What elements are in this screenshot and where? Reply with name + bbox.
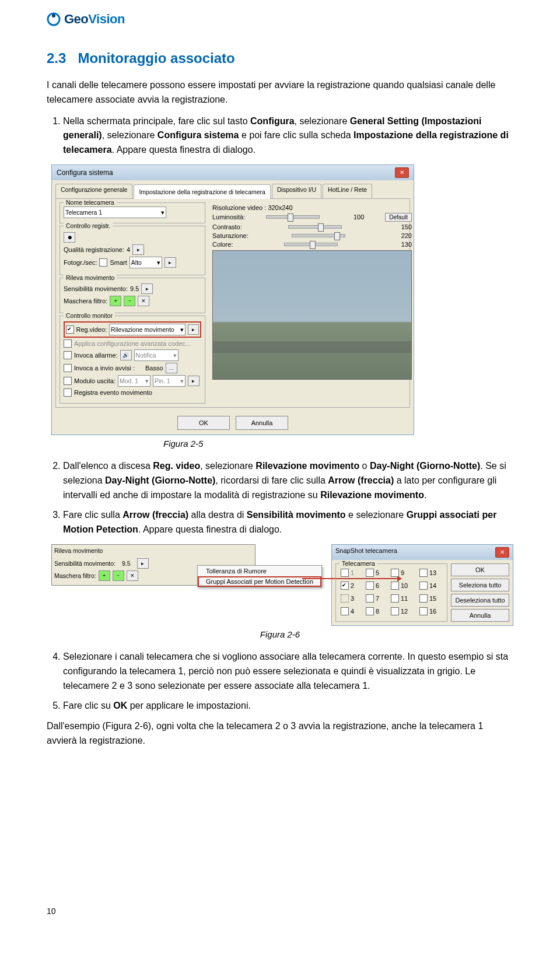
figure-2-6-composite: Rileva movimento Sensibilità movimento: … xyxy=(51,544,513,626)
modulo-checkbox[interactable] xyxy=(64,377,72,385)
video-preview xyxy=(212,250,412,380)
arrow-icon[interactable]: ▸ xyxy=(132,244,144,255)
cam-15-checkbox[interactable] xyxy=(419,594,428,603)
step-2: Dall'elenco a discesa Reg. video, selezi… xyxy=(63,459,513,502)
figure-2-5-caption: Figura 2-5 xyxy=(163,439,513,449)
fps-select[interactable]: Alto▾ xyxy=(130,257,162,268)
rec-icon[interactable]: ⏺ xyxy=(64,232,75,243)
svg-point-1 xyxy=(52,14,55,17)
group-controllo-registr: Controllo registr. ⏺ Qualità registrazio… xyxy=(60,226,205,275)
mask-del-icon[interactable]: － xyxy=(124,296,135,306)
section-heading: 2.3 Monitoraggio associato xyxy=(47,50,513,66)
cam-12-checkbox[interactable] xyxy=(391,607,399,615)
tab-general[interactable]: Configurazione generale xyxy=(55,184,132,198)
cam-9-checkbox[interactable] xyxy=(391,569,399,577)
figure-2-6-caption: Figura 2-6 xyxy=(47,629,513,639)
annulla-button[interactable]: Annulla xyxy=(451,609,509,622)
mask-del-icon[interactable]: － xyxy=(113,570,124,581)
contrast-slider[interactable] xyxy=(288,225,342,229)
step-4: Selezionare i canali telecamera che si v… xyxy=(63,650,513,693)
step-3: Fare clic sulla Arrow (freccia) alla des… xyxy=(63,508,513,537)
mask-add-icon[interactable]: ＋ xyxy=(110,296,121,306)
cam-6-checkbox[interactable] xyxy=(366,582,374,590)
color-slider[interactable] xyxy=(284,243,338,246)
codec-checkbox[interactable] xyxy=(64,339,72,348)
cam-4-checkbox[interactable] xyxy=(341,607,349,615)
mask-add-icon[interactable]: ＋ xyxy=(99,570,110,581)
cam-14-checkbox[interactable] xyxy=(419,582,428,590)
snapshot-title: SnapShot telecamera xyxy=(335,547,397,558)
avvisi-checkbox[interactable] xyxy=(64,364,72,372)
mask-clear-icon[interactable]: ✕ xyxy=(138,296,149,306)
arrow-icon[interactable]: ▸ xyxy=(141,283,153,294)
window-title: Configura sistema xyxy=(57,169,113,177)
smart-checkbox[interactable] xyxy=(99,258,107,267)
group-rileva-movimento: Rileva movimento Sensibilità movimento: … xyxy=(60,278,205,313)
page-number: 10 xyxy=(47,906,56,916)
arrow-icon[interactable]: ▸ xyxy=(188,324,199,335)
logo-icon xyxy=(47,12,61,26)
step-5: Fare clic su OK per applicare le imposta… xyxy=(63,699,513,713)
tab-registrazione[interactable]: Impostazione della registrazione di tele… xyxy=(134,184,271,199)
arrow-icon[interactable]: ▸ xyxy=(137,558,149,569)
camera-checkbox-grid: Telecamera 1 5 9 13 2 6 10 14 3 7 11 15 … xyxy=(335,563,447,622)
arrow-icon[interactable]: ▸ xyxy=(164,257,176,268)
step-1: Nella schermata principale, fare clic su… xyxy=(63,114,513,157)
close-icon[interactable]: ✕ xyxy=(495,547,509,558)
cam-13-checkbox[interactable] xyxy=(419,569,428,577)
cam-1-checkbox xyxy=(341,569,349,577)
tab-dispositivo[interactable]: Dispositivo I/U xyxy=(272,184,321,198)
cam-10-checkbox[interactable] xyxy=(391,582,399,590)
brightness-slider[interactable] xyxy=(266,215,320,219)
mask-clear-icon[interactable]: ✕ xyxy=(127,570,138,581)
snapshot-telecamera-window: SnapShot telecamera ✕ Telecamera 1 5 9 1… xyxy=(331,544,513,626)
cam-2-checkbox[interactable] xyxy=(341,582,349,590)
select-all-button[interactable]: Seleziona tutto xyxy=(451,579,509,591)
regvideo-select[interactable]: Rilevazione movimento▾ xyxy=(109,324,186,335)
value-qualita: 4 xyxy=(127,246,130,253)
logo-text: GeoVision xyxy=(64,12,125,27)
cam-5-checkbox[interactable] xyxy=(366,569,374,577)
default-button[interactable]: Default xyxy=(385,213,412,222)
group-nome-telecamera: Nome telecamera Telecamera 1▾ xyxy=(60,202,205,223)
outro-paragraph: Dall'esempio (Figura 2-6), ogni volta ch… xyxy=(47,719,513,748)
notifica-select[interactable]: Notifica▾ xyxy=(134,349,178,361)
brand-logo: GeoVision xyxy=(47,12,513,27)
saturation-slider[interactable] xyxy=(292,234,345,237)
context-menu: Tolleranza di Rumore Gruppi Associati pe… xyxy=(197,565,322,587)
cam-16-checkbox[interactable] xyxy=(419,607,428,615)
intro-paragraph: I canali delle telecamere possono essere… xyxy=(47,78,513,107)
cam-3-checkbox[interactable] xyxy=(341,594,349,603)
ok-button[interactable]: OK xyxy=(177,416,230,430)
cam-11-checkbox[interactable] xyxy=(391,594,399,603)
deselect-all-button[interactable]: Deseleziona tutto xyxy=(451,594,509,607)
cam-8-checkbox[interactable] xyxy=(366,607,374,615)
close-icon[interactable]: ✕ xyxy=(395,167,409,178)
regvideo-checkbox[interactable] xyxy=(66,325,74,334)
cam-7-checkbox[interactable] xyxy=(366,594,374,603)
label-qualita: Qualità registrazione: xyxy=(64,246,124,253)
menu-item-tolleranza[interactable]: Tolleranza di Rumore xyxy=(198,566,321,576)
arrow-icon[interactable]: ▸ xyxy=(188,376,200,386)
camera-select[interactable]: Telecamera 1▾ xyxy=(64,206,166,218)
annulla-button[interactable]: Annulla xyxy=(236,416,288,430)
tab-hotline[interactable]: HotLine / Rete xyxy=(323,184,372,198)
label-risoluzione: Risoluzione video : 320x240 xyxy=(212,204,293,211)
dots-icon[interactable]: … xyxy=(166,363,177,373)
group-controllo-monitor: Controllo monitor Reg.video: Rilevazione… xyxy=(60,316,205,404)
sound-icon[interactable]: 🔊 xyxy=(120,350,132,360)
regevt-checkbox[interactable] xyxy=(64,388,72,397)
allarme-checkbox[interactable] xyxy=(64,351,72,359)
label-fotogr: Fotogr./sec: xyxy=(64,259,97,266)
config-sistema-window: Configura sistema ✕ Configurazione gener… xyxy=(51,164,414,435)
ok-button[interactable]: OK xyxy=(451,563,509,576)
